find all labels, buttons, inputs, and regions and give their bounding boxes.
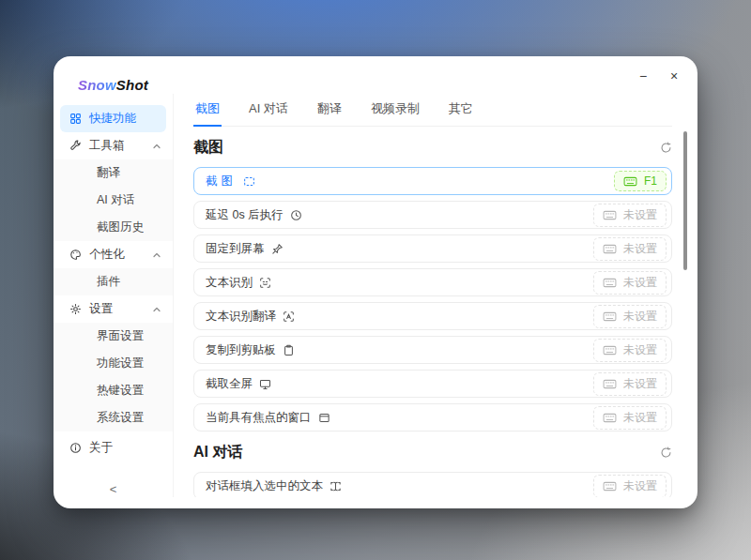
keyboard-icon (603, 210, 617, 220)
keyboard-icon (603, 244, 617, 254)
pin-icon (271, 243, 284, 255)
sidebar-item-label: 关于 (89, 440, 113, 456)
app-logo: SnowShot (54, 75, 173, 105)
hotkey-badge-label: 未设置 (623, 342, 657, 358)
chevron-up-icon[interactable] (152, 142, 161, 151)
hotkey-badge-label: 未设置 (623, 275, 657, 291)
keyboard-icon (603, 345, 617, 356)
ocr-translate-icon (283, 310, 295, 323)
sidebar-item-ai-chat[interactable]: AI 对话 (54, 187, 173, 214)
hotkey-row-label: 固定到屏幕 (206, 241, 265, 257)
sidebar-item-label: 工具箱 (89, 138, 125, 154)
hotkey-badge-label: 未设置 (623, 241, 657, 257)
sidebar-item-function-settings[interactable]: 功能设置 (54, 350, 173, 377)
hotkey-badge[interactable]: F1 (614, 171, 667, 191)
window-icon (318, 412, 330, 424)
sidebar-item-hotkey-settings[interactable]: 热键设置 (54, 377, 173, 404)
window-controls: − × (636, 68, 682, 83)
refresh-icon[interactable] (660, 446, 672, 459)
hotkey-badge-label: 未设置 (623, 410, 657, 426)
ocr-scan-icon (259, 277, 271, 289)
keyboard-icon (603, 413, 617, 423)
sidebar-item-plugins[interactable]: 插件 (54, 268, 173, 295)
tab-translate[interactable]: 翻译 (315, 94, 344, 126)
hotkey-badge[interactable]: 未设置 (593, 406, 667, 430)
clock-icon (290, 209, 302, 221)
sidebar-collapse-button[interactable]: < (54, 482, 173, 496)
hotkey-row-ocr-translate[interactable]: 文本识别翻译 未设置 (193, 302, 672, 330)
gear-icon (69, 303, 82, 315)
tab-bar: 截图 AI 对话 翻译 视频录制 其它 (193, 94, 672, 127)
toolbox-submenu: 翻译 AI 对话 截图历史 (54, 159, 173, 241)
section-header-screenshot: 截图 (193, 138, 672, 158)
tab-ai-chat[interactable]: AI 对话 (247, 94, 290, 126)
sidebar-item-personalize[interactable]: 个性化 (54, 241, 173, 268)
hotkey-row-label: 文本识别 (206, 275, 253, 291)
personalize-submenu: 插件 (54, 268, 173, 295)
text-select-icon (330, 480, 342, 492)
hotkey-row-fullscreen-capture[interactable]: 截取全屏 未设置 (193, 370, 672, 398)
clipboard-icon (283, 344, 295, 356)
hotkey-badge-label: 未设置 (623, 309, 657, 325)
hotkey-badge-label: 未设置 (623, 207, 657, 223)
hotkey-badge[interactable]: 未设置 (593, 305, 667, 328)
section-title: 截图 (193, 138, 223, 158)
sidebar-item-label: 设置 (89, 301, 113, 317)
tab-screenshot[interactable]: 截图 (193, 94, 222, 127)
hotkey-badge-label: 未设置 (623, 376, 657, 392)
apps-icon (69, 113, 82, 125)
sidebar-item-system-settings[interactable]: 系统设置 (54, 404, 173, 431)
keyboard-icon (603, 481, 617, 492)
hotkey-row-delay[interactable]: 延迟 0s 后执行 未设置 (193, 201, 672, 229)
sidebar: SnowShot 快捷功能 工具箱 翻译 AI 对话 截图历史 (54, 56, 173, 508)
sidebar-item-label: 快捷功能 (89, 111, 136, 127)
sidebar-item-label: 个性化 (89, 247, 125, 263)
logo-text-shot: Shot (116, 77, 148, 93)
sidebar-item-quick-actions[interactable]: 快捷功能 (60, 105, 166, 132)
keyboard-icon (603, 311, 617, 322)
hotkey-row-ocr[interactable]: 文本识别 未设置 (193, 268, 672, 296)
minimize-button[interactable]: − (636, 68, 651, 83)
monitor-icon (259, 378, 271, 390)
settings-submenu: 界面设置 功能设置 热键设置 系统设置 (54, 323, 173, 431)
section-title: AI 对话 (193, 443, 242, 462)
hotkey-badge[interactable]: 未设置 (593, 271, 667, 295)
section-header-ai-chat: AI 对话 (193, 443, 672, 462)
hotkey-badge[interactable]: 未设置 (593, 237, 667, 261)
theme-icon (69, 249, 82, 261)
sidebar-item-settings[interactable]: 设置 (54, 295, 173, 323)
close-button[interactable]: × (667, 68, 682, 83)
hotkey-row-label: 截图 (206, 174, 237, 189)
hotkey-row-focused-window[interactable]: 当前具有焦点的窗口 未设置 (193, 403, 672, 431)
scrollbar-thumb[interactable] (683, 131, 687, 270)
app-window: − × SnowShot 快捷功能 工具箱 翻译 AI 对话 截图历史 (54, 56, 697, 508)
tab-other[interactable]: 其它 (447, 94, 475, 126)
hotkey-row-fill-selected-text[interactable]: 对话框填入选中的文本 未设置 (193, 472, 672, 497)
main-content: 截图 AI 对话 翻译 视频录制 其它 截图 截图 (173, 94, 697, 497)
chevron-up-icon[interactable] (152, 305, 161, 314)
refresh-icon[interactable] (660, 142, 672, 154)
hotkey-row-pin-to-screen[interactable]: 固定到屏幕 未设置 (193, 235, 672, 263)
sidebar-item-ui-settings[interactable]: 界面设置 (54, 323, 173, 350)
hotkey-badge[interactable]: 未设置 (593, 339, 667, 362)
hotkey-row-screenshot[interactable]: 截图 F1 (193, 167, 672, 195)
sidebar-item-toolbox[interactable]: 工具箱 (54, 132, 173, 159)
hotkey-badge[interactable]: 未设置 (593, 204, 667, 227)
tab-screen-record[interactable]: 视频录制 (369, 94, 421, 126)
sidebar-item-screenshot-history[interactable]: 截图历史 (54, 214, 173, 241)
hotkey-row-label: 当前具有焦点的窗口 (206, 410, 312, 426)
chevron-up-icon[interactable] (152, 250, 161, 260)
sidebar-item-translate[interactable]: 翻译 (54, 159, 173, 187)
hotkey-badge-label: F1 (644, 174, 657, 188)
logo-text-snow: Snow (78, 77, 116, 93)
keyboard-icon (603, 278, 617, 288)
wrench-icon (69, 140, 82, 152)
keyboard-icon (603, 379, 617, 389)
hotkey-row-label: 文本识别翻译 (206, 309, 276, 325)
screenshot-icon (243, 175, 255, 188)
hotkey-badge[interactable]: 未设置 (593, 372, 667, 396)
sidebar-item-about[interactable]: 关于 (54, 434, 173, 462)
hotkey-row-label: 延迟 0s 后执行 (206, 207, 284, 223)
hotkey-badge[interactable]: 未设置 (593, 475, 667, 498)
hotkey-row-copy-clipboard[interactable]: 复制到剪贴板 未设置 (193, 336, 672, 364)
